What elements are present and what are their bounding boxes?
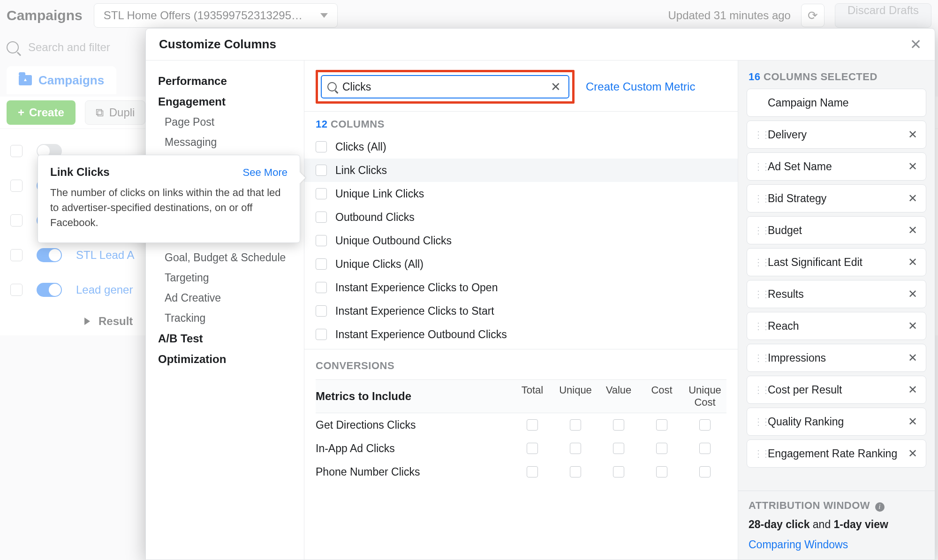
selected-column-item[interactable]: ⋮⋮ Engagement Rate Ranking ✕ [747, 439, 926, 468]
remove-column-icon[interactable]: ✕ [906, 160, 919, 173]
selected-column-item[interactable]: ⋮⋮ Bid Strategy ✕ [747, 184, 926, 212]
create-custom-metric-link[interactable]: Create Custom Metric [586, 80, 695, 93]
category-item[interactable]: Messaging [146, 132, 304, 152]
column-option[interactable]: Instant Experience Clicks to Start [304, 299, 738, 323]
metrics-header-label: Metrics to Include [316, 390, 511, 403]
close-icon[interactable]: ✕ [910, 36, 922, 53]
column-checkbox[interactable] [316, 235, 327, 246]
category-item[interactable]: Goal, Budget & Schedule [146, 248, 304, 268]
remove-column-icon[interactable]: ✕ [906, 383, 919, 396]
column-checkbox[interactable] [316, 282, 327, 293]
category-item[interactable]: Targeting [146, 268, 304, 288]
metrics-checkbox[interactable] [527, 443, 538, 454]
remove-column-icon[interactable]: ✕ [906, 447, 919, 460]
metrics-checkbox[interactable] [699, 466, 711, 477]
drag-handle-icon[interactable]: ⋮⋮ [754, 356, 761, 360]
drag-handle-icon[interactable]: ⋮⋮ [754, 196, 761, 201]
metrics-row-label: In-App Ad Clicks [316, 442, 511, 455]
metrics-checkbox[interactable] [699, 419, 711, 431]
see-more-link[interactable]: See More [243, 166, 287, 179]
selected-column-item[interactable]: ⋮⋮ Budget ✕ [747, 216, 926, 244]
metrics-checkbox[interactable] [656, 443, 667, 454]
column-option-label: Instant Experience Clicks to Open [335, 281, 498, 294]
clear-search-icon[interactable]: ✕ [549, 80, 563, 94]
metrics-checkbox[interactable] [699, 443, 711, 454]
selected-column-item[interactable]: ⋮⋮ Results ✕ [747, 280, 926, 308]
metrics-col-header: Value [597, 384, 640, 409]
column-checkbox[interactable] [316, 188, 327, 199]
metrics-row-label: Phone Number Clicks [316, 466, 511, 478]
metrics-checkbox[interactable] [656, 419, 667, 431]
column-option[interactable]: Instant Experience Clicks to Open [304, 276, 738, 299]
metrics-checkbox[interactable] [570, 443, 581, 454]
drag-handle-icon[interactable]: ⋮⋮ [754, 164, 761, 169]
selected-column-item[interactable]: ⋮⋮ Impressions ✕ [747, 344, 926, 372]
selected-column-item[interactable]: ⋮⋮ Cost per Result ✕ [747, 376, 926, 404]
column-option-label: Unique Link Clicks [335, 188, 424, 200]
selected-column-item[interactable]: ⋮⋮ Reach ✕ [747, 312, 926, 340]
column-checkbox[interactable] [316, 305, 327, 317]
selected-column-label: Delivery [768, 129, 906, 141]
drag-handle-icon[interactable]: ⋮⋮ [754, 260, 761, 265]
metrics-table-header: Metrics to Include TotalUniqueValueCostU… [316, 379, 726, 413]
attribution-summary: 28-day click and 1-day view [749, 518, 924, 531]
metrics-checkbox[interactable] [527, 466, 538, 477]
drag-handle-icon[interactable]: ⋮⋮ [754, 324, 761, 328]
tooltip-title: Link Clicks [50, 166, 110, 179]
column-option-label: Link Clicks [335, 164, 387, 177]
column-option[interactable]: Outbound Clicks [304, 205, 738, 229]
column-option[interactable]: Unique Link Clicks [304, 182, 738, 205]
drag-handle-icon[interactable]: ⋮⋮ [754, 387, 761, 392]
metrics-checkbox[interactable] [656, 466, 667, 477]
metrics-checkbox[interactable] [613, 466, 624, 477]
drag-handle-icon[interactable]: ⋮⋮ [754, 228, 761, 233]
category-heading: Performance [146, 71, 304, 91]
link-clicks-tooltip: Link Clicks See More The number of click… [38, 155, 300, 243]
column-option[interactable]: Instant Experience Outbound Clicks [304, 323, 738, 346]
column-checkbox[interactable] [316, 212, 327, 223]
column-search-field[interactable]: ✕ [321, 75, 569, 98]
column-option[interactable]: Unique Clicks (All) [304, 252, 738, 276]
metrics-checkbox[interactable] [570, 419, 581, 431]
remove-column-icon[interactable]: ✕ [906, 256, 919, 269]
category-item[interactable]: Page Post [146, 112, 304, 132]
info-icon[interactable]: i [875, 502, 885, 512]
remove-column-icon[interactable]: ✕ [906, 319, 919, 333]
metrics-row-label: Get Directions Clicks [316, 419, 511, 431]
selected-column-item[interactable]: ⋮⋮ Ad Set Name ✕ [747, 152, 926, 181]
drag-handle-icon[interactable]: ⋮⋮ [754, 451, 761, 456]
column-option-label: Unique Clicks (All) [335, 258, 424, 271]
drag-handle-icon[interactable]: ⋮⋮ [754, 132, 761, 137]
column-option[interactable]: Clicks (All) [304, 135, 738, 159]
column-checkbox[interactable] [316, 258, 327, 270]
column-checkbox[interactable] [316, 141, 327, 152]
column-checkbox[interactable] [316, 329, 327, 340]
metrics-checkbox[interactable] [613, 443, 624, 454]
remove-column-icon[interactable]: ✕ [906, 128, 919, 141]
category-item[interactable]: Tracking [146, 308, 304, 328]
remove-column-icon[interactable]: ✕ [906, 288, 919, 301]
selected-column-item[interactable]: ⋮⋮ Quality Ranking ✕ [747, 408, 926, 436]
metrics-checkbox[interactable] [527, 419, 538, 431]
drag-handle-icon[interactable]: ⋮⋮ [754, 419, 761, 424]
remove-column-icon[interactable]: ✕ [906, 351, 919, 364]
selected-column-item[interactable]: Campaign Name [747, 89, 926, 117]
column-option[interactable]: Unique Outbound Clicks [304, 229, 738, 252]
selected-column-label: Last Significant Edit [768, 256, 906, 269]
comparing-windows-link[interactable]: Comparing Windows [749, 538, 924, 551]
metrics-checkbox[interactable] [613, 419, 624, 431]
column-option[interactable]: Link Clicks [304, 159, 738, 182]
metrics-checkbox[interactable] [570, 466, 581, 477]
category-item[interactable]: Ad Creative [146, 288, 304, 308]
search-highlight-box: ✕ [316, 70, 575, 104]
modal-title: Customize Columns [159, 37, 276, 52]
remove-column-icon[interactable]: ✕ [906, 192, 919, 205]
remove-column-icon[interactable]: ✕ [906, 415, 919, 428]
column-search-input[interactable] [342, 81, 549, 93]
column-checkbox[interactable] [316, 165, 327, 176]
remove-column-icon[interactable]: ✕ [906, 224, 919, 237]
column-option-label: Clicks (All) [335, 141, 386, 153]
selected-column-item[interactable]: ⋮⋮ Delivery ✕ [747, 121, 926, 149]
selected-column-item[interactable]: ⋮⋮ Last Significant Edit ✕ [747, 248, 926, 276]
drag-handle-icon[interactable]: ⋮⋮ [754, 292, 761, 296]
